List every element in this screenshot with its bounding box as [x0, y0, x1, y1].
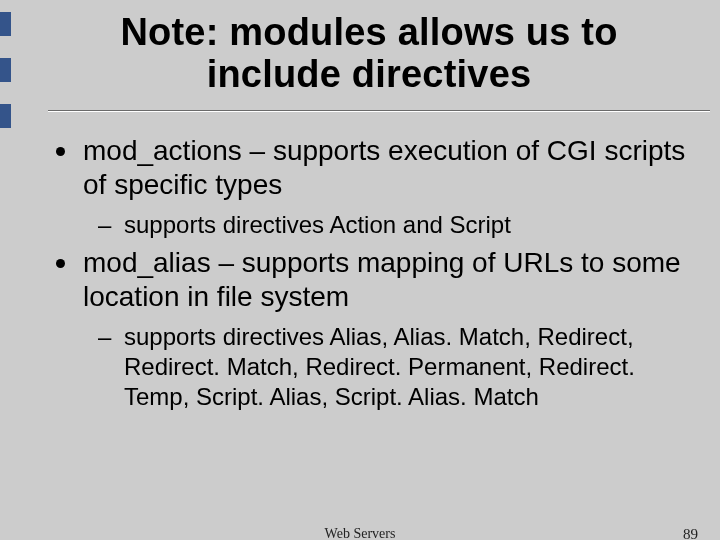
slide: Note: modules allows us to include direc… [0, 0, 720, 540]
bullet-text: mod_alias – supports mapping of URLs to … [83, 246, 692, 314]
bullet-level2: – supports directives Alias, Alias. Matc… [98, 322, 692, 412]
slide-content: mod_actions – supports execution of CGI … [48, 122, 720, 413]
bullet-level1: mod_actions – supports execution of CGI … [56, 134, 692, 202]
title-line-2: include directives [207, 53, 532, 95]
bullet-dot-icon [56, 259, 65, 268]
bullet-text: mod_actions – supports execution of CGI … [83, 134, 692, 202]
bullet-text: supports directives Alias, Alias. Match,… [124, 322, 692, 412]
bullet-level1: mod_alias – supports mapping of URLs to … [56, 246, 692, 314]
bullet-level2: – supports directives Action and Script [98, 210, 692, 240]
bullet-text: supports directives Action and Script [124, 210, 511, 240]
bullet-dash-icon: – [98, 322, 110, 352]
title-underline [48, 110, 710, 112]
bullet-dot-icon [56, 147, 65, 156]
bullet-dash-icon: – [98, 210, 110, 240]
footer-page-number: 89 [683, 526, 698, 540]
slide-title: Note: modules allows us to include direc… [48, 0, 720, 106]
footer-center: Web Servers [0, 526, 720, 540]
title-line-1: Note: modules allows us to [120, 11, 617, 53]
